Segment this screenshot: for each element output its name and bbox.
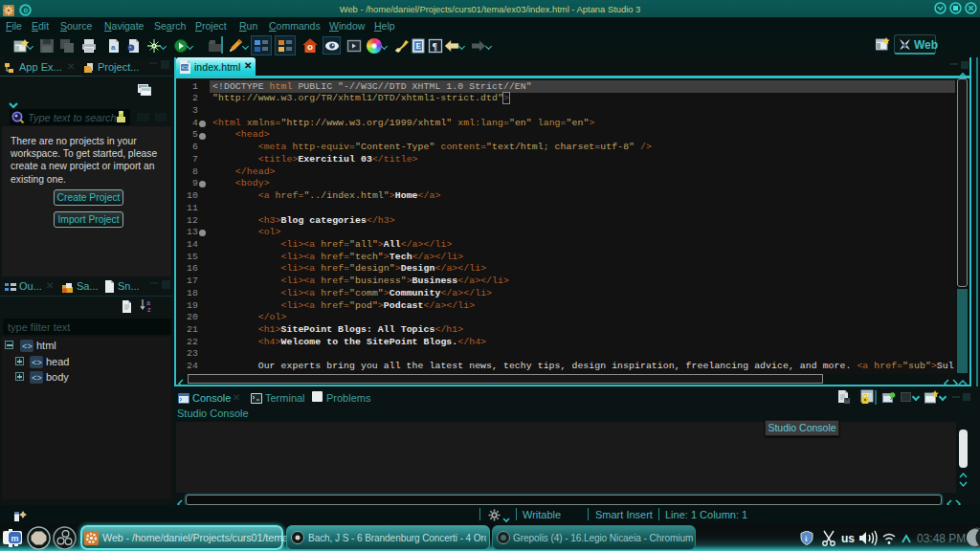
svg-text:<>: <> (182, 64, 189, 72)
svg-text:E: E (416, 42, 421, 51)
svg-text:<>: <> (22, 342, 33, 352)
svg-text:m: m (11, 534, 19, 543)
svg-text:a: a (146, 299, 150, 306)
svg-text:a: a (111, 43, 116, 52)
svg-text:<>: <> (32, 374, 42, 384)
svg-text:¶: ¶ (433, 41, 437, 52)
svg-text:z: z (147, 306, 151, 313)
svg-text:<>: <> (32, 359, 42, 368)
